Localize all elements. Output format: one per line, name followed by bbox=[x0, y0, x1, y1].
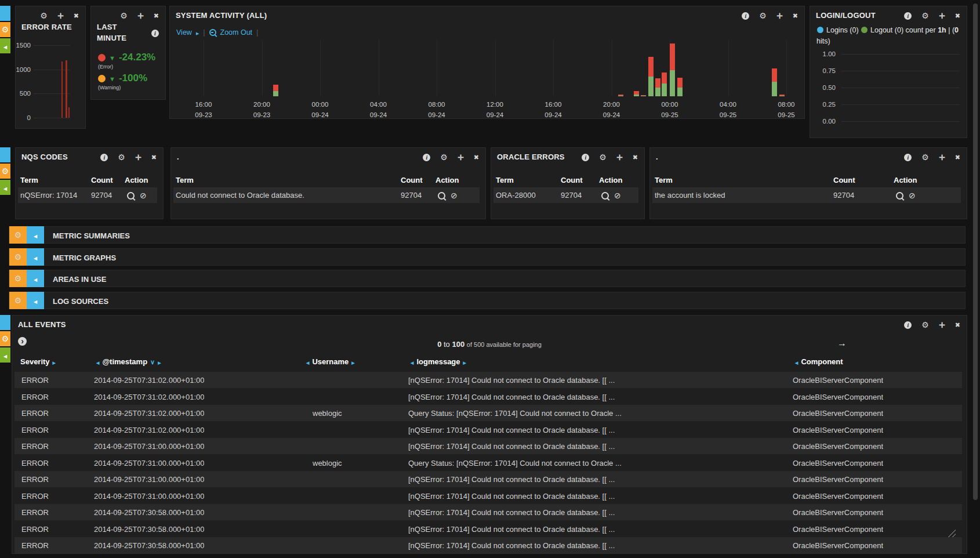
row-collapse-tab[interactable] bbox=[0, 38, 10, 53]
table-row[interactable]: ERROR2014-09-25T07:31:02.000+01:00[nQSEr… bbox=[14, 372, 962, 388]
info-icon[interactable] bbox=[742, 12, 749, 20]
search-icon[interactable] bbox=[127, 192, 135, 200]
row-tab-cyan[interactable] bbox=[0, 315, 10, 330]
system-activity-chart[interactable] bbox=[180, 40, 795, 96]
row-tab-cyan[interactable] bbox=[0, 6, 10, 21]
gear-icon[interactable] bbox=[120, 12, 128, 20]
table-row[interactable]: ERROR2014-09-25T07:30:58.000+01:00[nQSEr… bbox=[14, 537, 962, 553]
close-icon[interactable] bbox=[154, 12, 159, 19]
close-icon[interactable] bbox=[474, 154, 479, 161]
zoom-out-icon[interactable] bbox=[209, 29, 216, 36]
row-expand-tab[interactable] bbox=[27, 270, 44, 287]
zoom-out-link[interactable]: Zoom Out bbox=[220, 28, 253, 37]
row-settings-tab[interactable] bbox=[9, 248, 27, 266]
close-icon[interactable] bbox=[633, 154, 638, 161]
move-icon[interactable] bbox=[137, 12, 144, 20]
table-row[interactable]: ERROR2014-09-25T07:30:58.000+01:00[nQSEr… bbox=[14, 521, 962, 537]
search-icon[interactable] bbox=[438, 192, 445, 200]
move-icon[interactable] bbox=[939, 154, 945, 161]
login-logout-chart[interactable]: 1.000.750.500.250.00 bbox=[815, 48, 963, 132]
close-icon[interactable] bbox=[74, 12, 79, 19]
info-icon[interactable] bbox=[151, 30, 159, 37]
sort-desc-icon[interactable] bbox=[150, 357, 155, 366]
gear-icon[interactable] bbox=[921, 153, 929, 161]
move-icon[interactable] bbox=[939, 321, 945, 329]
move-column-left-icon[interactable] bbox=[795, 357, 798, 366]
move-icon[interactable] bbox=[939, 12, 945, 20]
move-icon[interactable] bbox=[57, 12, 64, 20]
info-icon[interactable] bbox=[100, 154, 108, 161]
gear-icon[interactable] bbox=[440, 153, 448, 161]
move-column-left-icon[interactable] bbox=[96, 357, 99, 366]
column-header-severity[interactable]: Severity bbox=[20, 357, 56, 366]
move-icon[interactable] bbox=[458, 154, 464, 161]
close-icon[interactable] bbox=[955, 154, 960, 161]
move-column-left-icon[interactable] bbox=[411, 357, 413, 366]
term-row[interactable]: ORA-2800092704 bbox=[493, 187, 638, 203]
exclude-icon[interactable] bbox=[140, 191, 147, 200]
term-row[interactable]: nQSError: 1701492704 bbox=[18, 187, 157, 203]
exclude-icon[interactable] bbox=[451, 191, 458, 200]
view-menu[interactable]: View bbox=[176, 28, 192, 37]
exclude-icon[interactable] bbox=[909, 191, 916, 200]
column-header-component[interactable]: Component bbox=[795, 357, 843, 366]
move-column-right-icon[interactable] bbox=[158, 357, 161, 366]
info-icon[interactable] bbox=[582, 154, 589, 161]
info-icon[interactable] bbox=[904, 12, 912, 20]
gear-icon[interactable] bbox=[599, 153, 607, 161]
row-settings-tab[interactable] bbox=[9, 292, 27, 309]
next-page-arrow[interactable] bbox=[837, 339, 847, 348]
info-icon[interactable] bbox=[904, 321, 912, 329]
info-icon[interactable] bbox=[904, 154, 912, 161]
row-collapse-tab[interactable] bbox=[0, 347, 10, 363]
gear-icon[interactable] bbox=[921, 12, 929, 20]
move-icon[interactable] bbox=[616, 154, 623, 161]
table-row[interactable]: ERROR2014-09-25T07:31:00.000+01:00[nQSEr… bbox=[14, 471, 962, 487]
move-column-right-icon[interactable] bbox=[463, 357, 466, 366]
gear-icon[interactable] bbox=[118, 153, 125, 161]
row-settings-tab[interactable] bbox=[0, 22, 10, 37]
column-header-timestamp[interactable]: @timestamp bbox=[96, 357, 161, 366]
row-expand-tab[interactable] bbox=[27, 248, 44, 266]
table-row[interactable]: ERROR2014-09-25T07:31:00.000+01:00[nQSEr… bbox=[14, 488, 962, 504]
table-row[interactable]: ERROR2014-09-25T07:31:02.000+01:00[nQSEr… bbox=[14, 422, 962, 438]
column-header-username[interactable]: Username bbox=[306, 357, 355, 366]
move-icon[interactable] bbox=[776, 12, 783, 20]
move-icon[interactable] bbox=[135, 154, 141, 161]
table-row[interactable]: ERROR2014-09-25T07:30:58.000+01:00[nQSEr… bbox=[14, 504, 962, 520]
trend-down-icon bbox=[109, 73, 115, 84]
table-row[interactable]: ERROR2014-09-25T07:31:00.000+01:00[nQSEr… bbox=[14, 438, 962, 454]
row-settings-tab[interactable] bbox=[0, 331, 10, 346]
metric-value: -100% bbox=[119, 73, 147, 84]
row-settings-tab[interactable] bbox=[0, 164, 10, 179]
gear-icon[interactable] bbox=[759, 12, 767, 20]
close-icon[interactable] bbox=[793, 12, 798, 19]
column-header-logmessage[interactable]: logmessage bbox=[411, 357, 466, 366]
search-icon[interactable] bbox=[896, 192, 903, 200]
move-column-left-icon[interactable] bbox=[306, 357, 309, 366]
info-icon[interactable] bbox=[423, 154, 430, 161]
row-expand-tab[interactable] bbox=[27, 292, 44, 309]
table-row[interactable]: ERROR2014-09-25T07:31:02.000+01:00[nQSEr… bbox=[14, 389, 962, 405]
close-icon[interactable] bbox=[955, 321, 960, 328]
gear-icon[interactable] bbox=[921, 321, 929, 329]
table-row[interactable]: ERROR2014-09-25T07:31:02.000+01:00weblog… bbox=[14, 405, 962, 421]
gear-icon[interactable] bbox=[40, 12, 48, 20]
row-collapse-tab[interactable] bbox=[0, 180, 10, 195]
row-settings-tab[interactable] bbox=[9, 226, 27, 244]
close-icon[interactable] bbox=[151, 154, 157, 161]
exclude-icon[interactable] bbox=[614, 191, 621, 200]
row-expand-tab[interactable] bbox=[27, 226, 44, 244]
term-row[interactable]: the account is locked92704 bbox=[652, 187, 961, 203]
row-settings-tab[interactable] bbox=[9, 270, 27, 287]
count-cell: 92704 bbox=[833, 191, 854, 200]
search-icon[interactable] bbox=[601, 192, 609, 200]
gridline bbox=[841, 54, 960, 55]
term-row[interactable]: Could not connect to Oracle database.927… bbox=[173, 187, 480, 203]
move-column-right-icon[interactable] bbox=[53, 357, 56, 366]
table-row[interactable]: ERROR2014-09-25T07:31:00.000+01:00weblog… bbox=[14, 455, 962, 471]
scrollbar-thumb[interactable] bbox=[973, 3, 978, 500]
row-tab-cyan[interactable] bbox=[0, 147, 10, 162]
close-icon[interactable] bbox=[955, 12, 960, 19]
move-column-right-icon[interactable] bbox=[351, 357, 354, 366]
